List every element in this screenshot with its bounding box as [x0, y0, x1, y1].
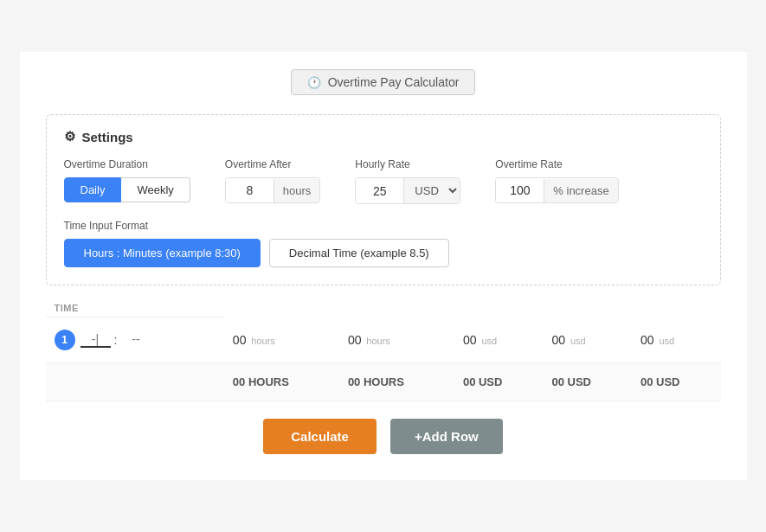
overtime-after-group: Overtime After hours	[225, 158, 321, 203]
overtime-rate-suffix: % increase	[544, 179, 617, 202]
table-header-time-row: TIME	[46, 303, 721, 317]
overtime-duration-group: Overtime Duration Daily Weekly	[64, 158, 190, 202]
regular-time-cell: 00 hours	[224, 317, 339, 363]
time-cell: 1 :	[46, 317, 224, 363]
time-col-label: TIME	[46, 303, 224, 317]
overtime-rate-input[interactable]	[496, 178, 544, 202]
weekly-button[interactable]: Weekly	[121, 177, 190, 202]
footer-overtime-pay: 00 USD	[543, 363, 632, 401]
total-cell: 00 usd	[632, 317, 721, 363]
footer-regular-pay: 00 USD	[454, 363, 544, 401]
footer-overtime: 00 HOURS	[339, 363, 454, 401]
overtime-after-input-group: hours	[225, 177, 321, 203]
gear-icon	[64, 129, 75, 144]
hourly-rate-input-group: USD EUR GBP	[355, 177, 460, 204]
overtime-after-suffix: hours	[274, 179, 320, 202]
currency-select[interactable]: USD EUR GBP	[403, 178, 460, 203]
decimal-format-button[interactable]: Decimal Time (example 8.5)	[269, 239, 449, 267]
table-section: TIME REGULAR TIME OVERTIME REGULAR PAY O…	[46, 303, 721, 401]
settings-label: Settings	[82, 130, 133, 144]
hm-format-button[interactable]: Hours : Minutes (example 8:30)	[64, 239, 261, 267]
regular-pay-cell: 00 usd	[454, 317, 544, 363]
table-footer-row: 00 HOURS 00 HOURS 00 USD 00 USD 00 USD	[46, 363, 721, 401]
overtime-pay-cell: 00 usd	[543, 317, 632, 363]
time-minutes-input[interactable]	[120, 332, 151, 348]
footer-total: 00 USD	[632, 363, 721, 401]
settings-header: Settings	[64, 129, 703, 144]
action-bar: Calculate +Add Row	[46, 419, 721, 454]
add-row-button[interactable]: +Add Row	[390, 419, 503, 454]
calculate-button[interactable]: Calculate	[263, 419, 377, 454]
title-text: Overtime Pay Calculator	[328, 75, 460, 89]
overtime-rate-input-group: % increase	[495, 177, 618, 203]
overtime-cell: 00 hours	[339, 317, 454, 363]
settings-main-row: Overtime Duration Daily Weekly Overtime …	[64, 158, 703, 204]
table-row: 1 : 00 hours	[46, 317, 721, 363]
main-table: TIME REGULAR TIME OVERTIME REGULAR PAY O…	[46, 303, 721, 401]
time-colon: :	[114, 333, 118, 347]
overtime-duration-label: Overtime Duration	[64, 158, 190, 170]
time-format-row: Hours : Minutes (example 8:30) Decimal T…	[64, 239, 703, 267]
footer-time	[46, 363, 224, 401]
overtime-rate-group: Overtime Rate % increase	[495, 158, 618, 203]
time-format-label: Time Input Format	[64, 220, 703, 232]
clock-icon	[307, 75, 321, 89]
time-hours-input[interactable]	[80, 332, 111, 348]
app-title: Overtime Pay Calculator	[291, 69, 476, 95]
overtime-after-label: Overtime After	[225, 158, 321, 170]
overtime-after-input[interactable]	[226, 178, 274, 202]
footer-regular-time: 00 HOURS	[224, 363, 339, 401]
hourly-rate-group: Hourly Rate USD EUR GBP	[355, 158, 460, 204]
hourly-rate-label: Hourly Rate	[355, 158, 460, 170]
settings-section: Settings Overtime Duration Daily Weekly …	[46, 114, 721, 285]
duration-toggle-group: Daily Weekly	[64, 177, 190, 202]
daily-button[interactable]: Daily	[64, 177, 122, 202]
time-format-group: Time Input Format Hours : Minutes (examp…	[64, 220, 703, 267]
row-number: 1	[55, 330, 75, 350]
overtime-rate-label: Overtime Rate	[495, 158, 618, 170]
hourly-rate-input[interactable]	[356, 179, 403, 203]
time-input-cell: :	[80, 332, 151, 348]
